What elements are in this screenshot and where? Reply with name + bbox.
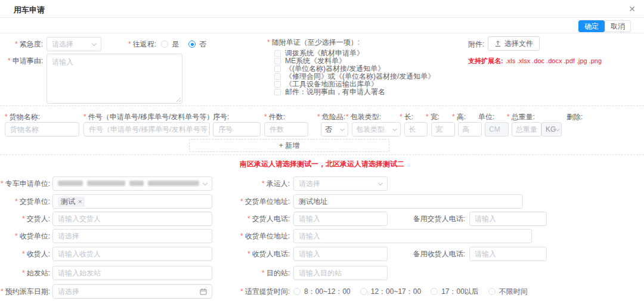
roundtrip-yes-radio[interactable]: 是: [161, 39, 179, 49]
chevron-down-icon: [203, 180, 208, 185]
cargo-height-header: 高:: [452, 113, 466, 121]
receive-address-label: 收货单位地址:: [215, 232, 290, 240]
radio-icon: [161, 41, 168, 48]
deliverer-phone-input[interactable]: 请输入: [293, 212, 388, 226]
delivery-address-input[interactable]: 测试地址: [293, 194, 523, 209]
cargo-package-header: 包装类型:: [346, 113, 381, 121]
deliverer-phone-label: 交货人电话:: [215, 215, 290, 223]
cargo-height-input[interactable]: 高: [458, 122, 482, 137]
cargo-qty-input[interactable]: 件数: [264, 122, 308, 137]
deliverer-label: 交货人:: [0, 215, 50, 223]
cargo-width-input[interactable]: 宽: [431, 122, 455, 137]
cargo-weight-input[interactable]: 总重量: [512, 122, 541, 137]
section-divider: [0, 154, 644, 155]
cargo-unit-input: CM: [485, 122, 509, 137]
delivery-address-label: 交货单位地址:: [215, 197, 290, 206]
carrier-select[interactable]: 请选择: [293, 176, 388, 191]
vehicle-request-dialog: 用车申请 ✕ 确定 取消 紧急度: 请选择 往返程: 是 否 申请事由: 请输入…: [0, 0, 644, 307]
cargo-qty-header: 件数:: [264, 113, 285, 121]
dispatch-date-label: 预约派车日期:: [0, 287, 50, 296]
cargo-name-input[interactable]: 货物名称: [5, 122, 79, 137]
choose-file-button[interactable]: 选择文件: [488, 36, 540, 51]
chevron-down-icon: [378, 180, 383, 185]
cargo-danger-header: 危险品:: [317, 113, 345, 121]
confirm-button[interactable]: 确定: [578, 20, 605, 32]
cargo-part-input[interactable]: 件号（申请单号/移库单号/发料单号等）: [83, 122, 210, 137]
cargo-package-select[interactable]: 包装类型: [352, 122, 401, 137]
cargo-length-input[interactable]: 长: [404, 122, 428, 137]
extension-hint: 支持扩展名:.xls .xlsx .doc .docx .pdf .jpg .p…: [468, 57, 602, 66]
roundtrip-no-radio[interactable]: 否: [188, 39, 206, 49]
special-unit-label: 专车申请单位:: [0, 179, 50, 188]
tag-close-icon[interactable]: ×: [78, 198, 82, 205]
resize-handle-icon[interactable]: [176, 97, 181, 102]
receiver-phone-input[interactable]: 请输入: [293, 247, 388, 261]
page-title: 用车申请: [14, 5, 45, 15]
destination-input[interactable]: 请输入目的站: [293, 266, 388, 280]
attachment-label: 附件:: [468, 40, 484, 48]
chevron-down-icon: [555, 126, 560, 131]
radio-icon: [360, 288, 367, 295]
cargo-weight-unit-select[interactable]: KG: [541, 122, 562, 137]
urgency-label: 紧急度:: [0, 40, 43, 48]
pickup-time-option[interactable]: 8：00~12：00: [293, 287, 351, 297]
close-icon[interactable]: ✕: [628, 4, 636, 14]
urgency-select[interactable]: 请选择: [47, 37, 101, 51]
checkbox-icon: [274, 73, 281, 80]
section-divider: [0, 106, 644, 106]
origin-input[interactable]: 请输入始发站: [52, 266, 212, 280]
reason-label: 申请事由:: [0, 57, 43, 65]
checkbox-icon: [274, 89, 281, 95]
documents-label: 随附单证（至少选择一项）:: [267, 38, 360, 46]
dialog-header: 用车申请 ✕: [0, 0, 644, 18]
cargo-serial-header: 序号:: [213, 113, 229, 121]
radio-icon: [293, 288, 301, 295]
cargo-danger-select[interactable]: 否: [321, 122, 348, 137]
add-cargo-row-button[interactable]: + 新增: [189, 139, 389, 152]
backup-receiver-phone-input[interactable]: 请输入: [469, 247, 547, 261]
dialog-toolbar: 确定 取消: [0, 18, 644, 33]
receive-unit-label: 收货单位:: [0, 232, 50, 240]
pickup-time-radio-group: 8：00~12：00 12：00~17：00 17：00以后 不限时间: [293, 284, 528, 299]
checkbox-icon: [274, 66, 281, 72]
cancel-button[interactable]: 取消: [605, 20, 631, 32]
pickup-time-option[interactable]: 17：00以后: [431, 287, 479, 297]
receive-address-input[interactable]: 请输入: [293, 229, 532, 243]
checkbox-icon: [274, 81, 281, 88]
cargo-part-header: 件号（申请单号/移库单号/发料单号等）:: [83, 113, 216, 121]
reason-textarea[interactable]: 请输入: [47, 54, 182, 104]
origin-label: 始发站:: [0, 269, 50, 277]
selected-tag: 测试 ×: [58, 197, 85, 207]
backup-deliverer-phone-input[interactable]: 请输入: [469, 212, 547, 226]
special-unit-select[interactable]: [52, 176, 212, 191]
radio-icon: [488, 288, 496, 295]
deliverer-input[interactable]: 请输入交货人: [52, 212, 212, 226]
document-checkbox-item[interactable]: 邮件：说明事由，有申请人署名: [274, 88, 435, 96]
cargo-name-header: 货物名称:: [5, 113, 40, 121]
chevron-down-icon: [340, 126, 345, 131]
roundtrip-radio-group: 是 否: [161, 37, 206, 51]
redacted-value: [58, 179, 203, 188]
delivery-unit-select[interactable]: 测试 ×: [52, 194, 212, 209]
backup-deliverer-phone-label: 备用交货人电话:: [388, 215, 465, 223]
cargo-serial-input[interactable]: 序号: [213, 122, 261, 137]
cargo-width-header: 宽:: [426, 113, 439, 121]
upload-icon: [494, 40, 501, 47]
receive-unit-select[interactable]: 请选择: [52, 229, 212, 243]
receiver-input[interactable]: 请输入收货人: [52, 247, 212, 261]
cargo-length-header: 长:: [400, 113, 413, 121]
radio-selected-icon: [188, 41, 196, 48]
checkbox-icon: [274, 50, 281, 57]
delivery-unit-label: 交货单位:: [0, 197, 50, 206]
radio-icon: [431, 288, 438, 295]
pickup-time-option[interactable]: 不限时间: [488, 287, 528, 297]
receiver-phone-label: 收货人电话:: [215, 250, 290, 258]
carrier-notice-text: 南区承运人请选择测试一，北区承运人请选择测试二: [0, 159, 644, 169]
dispatch-date-picker[interactable]: 请选择: [52, 284, 212, 299]
checkbox-icon: [274, 58, 281, 64]
backup-receiver-phone-label: 备用收货人电话:: [388, 250, 465, 258]
cargo-weight-header: 总重量:: [507, 113, 535, 121]
receiver-label: 收货人:: [0, 250, 50, 258]
carrier-label: 承运人:: [215, 179, 290, 188]
pickup-time-option[interactable]: 12：00~17：00: [360, 287, 421, 297]
